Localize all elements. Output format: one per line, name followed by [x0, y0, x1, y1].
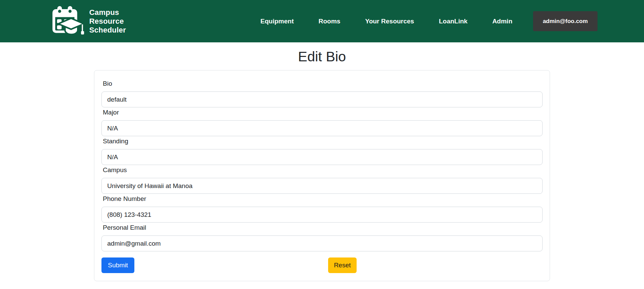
form-button-row: Submit Reset — [101, 257, 543, 273]
personal-email-label: Personal Email — [103, 224, 543, 231]
nav-item-equipment[interactable]: Equipment — [261, 18, 294, 25]
brand-title-line-1: Campus — [89, 8, 126, 17]
standing-label: Standing — [103, 138, 543, 145]
brand-title-line-2: Resource — [89, 17, 126, 26]
brand-title-line-3: Scheduler — [89, 26, 126, 35]
user-email-button[interactable]: admin@foo.com — [533, 11, 598, 31]
nav-item-admin[interactable]: Admin — [492, 18, 512, 25]
navbar: Campus Resource Scheduler Equipment Room… — [0, 0, 644, 42]
submit-button[interactable]: Submit — [101, 257, 134, 273]
nav-links: Equipment Rooms Your Resources LoanLink … — [261, 18, 512, 25]
major-label: Major — [103, 109, 543, 116]
reset-button[interactable]: Reset — [328, 257, 357, 273]
nav-item-rooms[interactable]: Rooms — [319, 18, 340, 25]
phone-number-label: Phone Number — [103, 195, 543, 203]
campus-label: Campus — [103, 166, 543, 174]
nav-item-loanlink[interactable]: LoanLink — [439, 18, 467, 25]
calendar-graduation-icon — [51, 6, 85, 37]
standing-input[interactable] — [101, 149, 543, 165]
personal-email-input[interactable] — [101, 235, 543, 251]
phone-number-input[interactable] — [101, 207, 543, 223]
bio-input[interactable] — [101, 91, 543, 107]
nav-item-your-resources[interactable]: Your Resources — [365, 18, 414, 25]
major-input[interactable] — [101, 120, 543, 136]
brand[interactable]: Campus Resource Scheduler — [51, 6, 126, 37]
main-content: Edit Bio Bio Major Standing Campus Phone… — [0, 48, 644, 281]
page-title: Edit Bio — [0, 48, 644, 65]
bio-label: Bio — [103, 80, 543, 87]
brand-title: Campus Resource Scheduler — [89, 8, 126, 35]
edit-bio-form-card: Bio Major Standing Campus Phone Number P… — [94, 70, 550, 281]
campus-input[interactable] — [101, 178, 543, 194]
